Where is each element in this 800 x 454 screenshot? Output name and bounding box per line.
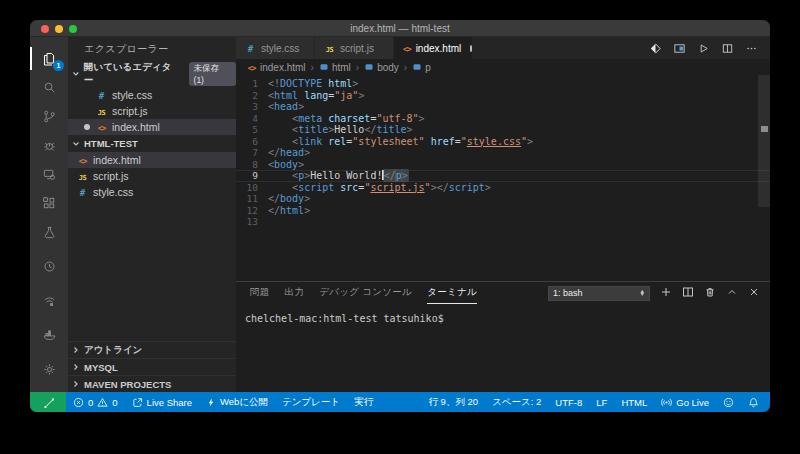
search-icon[interactable] xyxy=(30,73,68,102)
code-text: <link rel="stylesheet" href="style.css"> xyxy=(258,136,533,148)
line-number: 3 xyxy=(236,101,258,113)
kill-terminal-trash-icon[interactable] xyxy=(704,284,716,302)
terminal-output[interactable]: chelchel-mac:html-test tatsuhiko$ xyxy=(236,304,770,392)
scrollbar-slider[interactable] xyxy=(758,75,770,207)
open-editors-header[interactable]: 開いているエディター 未保存 (1) xyxy=(68,61,236,87)
split-editor-icon[interactable] xyxy=(721,42,734,55)
line-number: 2 xyxy=(236,90,258,102)
encoding-label: UTF-8 xyxy=(555,397,582,408)
section-outline[interactable]: アウトライン xyxy=(68,341,236,358)
template-status[interactable]: テンプレート xyxy=(275,392,347,412)
editor-scrollbar[interactable] xyxy=(758,75,770,281)
chevron-separator: › xyxy=(403,62,408,73)
chevron-down-icon xyxy=(72,140,80,148)
split-terminal-icon[interactable] xyxy=(682,284,694,302)
symbol-element-icon xyxy=(319,62,329,72)
code-line-13[interactable]: 13 xyxy=(236,216,770,228)
panel-tab-terminal[interactable]: ターミナル xyxy=(427,282,477,304)
modified-dot-icon[interactable] xyxy=(470,45,472,52)
test-flask-icon[interactable] xyxy=(30,218,68,247)
code-line-12[interactable]: 12</html> xyxy=(236,205,770,217)
clock-icon[interactable] xyxy=(30,252,68,281)
breadcrumb-p[interactable]: p xyxy=(412,62,431,73)
go-live-status[interactable]: Go Live xyxy=(654,392,716,412)
spaces-label: スペース: 2 xyxy=(492,396,541,409)
breadcrumb-file[interactable]: index.html xyxy=(246,62,306,73)
folder-label: HTML-TEST xyxy=(84,138,138,149)
minimize-window-button[interactable] xyxy=(55,25,63,33)
code-line-6[interactable]: 6 <link rel="stylesheet" href="style.css… xyxy=(236,136,770,148)
code-editor[interactable]: 1<!DOCTYPE html>2<html lang="ja">3<head>… xyxy=(236,75,770,281)
beautify-icon[interactable] xyxy=(649,42,662,55)
panel-tab-problems[interactable]: 問題 xyxy=(250,282,270,304)
warning-count: 0 xyxy=(112,397,117,408)
problems-status[interactable]: 0 0 xyxy=(66,392,125,412)
docker-whale-icon[interactable] xyxy=(30,320,68,349)
breadcrumb-label: p xyxy=(425,62,431,73)
breadcrumb-body[interactable]: body xyxy=(364,62,399,73)
new-terminal-icon[interactable] xyxy=(660,284,672,302)
feedback-smiley[interactable] xyxy=(716,392,741,412)
tree-item-script-js[interactable]: script.js xyxy=(68,168,236,184)
run-icon[interactable] xyxy=(697,42,710,55)
tab-style-css[interactable]: style.css xyxy=(236,37,315,59)
panel-tab-debug-console[interactable]: デバッグ コンソール xyxy=(319,282,412,304)
folder-header[interactable]: HTML-TEST xyxy=(68,135,236,152)
line-number: 10 xyxy=(236,182,258,194)
zoom-window-button[interactable] xyxy=(69,25,77,33)
source-control-icon[interactable] xyxy=(30,102,68,131)
panel-tab-output[interactable]: 出力 xyxy=(285,282,305,304)
open-editor-style-css[interactable]: style.css xyxy=(68,87,236,103)
open-preview-icon[interactable] xyxy=(673,42,686,55)
template-label: テンプレート xyxy=(282,396,340,409)
remote-indicator[interactable] xyxy=(30,392,66,412)
terminal-shell-select[interactable]: 1: bash ▲▼ xyxy=(548,286,650,301)
code-line-11[interactable]: 11</body> xyxy=(236,193,770,205)
tree-item-style-css[interactable]: style.css xyxy=(68,184,236,200)
line-col-status[interactable]: 行 9、列 20 xyxy=(421,392,485,412)
code-line-5[interactable]: 5 <title>Hello</title> xyxy=(236,124,770,136)
remote-display-icon[interactable] xyxy=(30,160,68,189)
live-share-status[interactable]: Live Share xyxy=(125,392,199,412)
debug-icon[interactable] xyxy=(30,131,68,160)
code-line-9[interactable]: 9 <p>Hello World!</p> xyxy=(236,170,770,182)
wifi-signal-icon[interactable] xyxy=(30,286,68,315)
close-window-button[interactable] xyxy=(41,25,49,33)
code-line-8[interactable]: 8<body> xyxy=(236,159,770,171)
vscode-window: index.html — html-test 1 xyxy=(30,20,770,412)
chevron-separator: › xyxy=(310,62,315,73)
code-line-4[interactable]: 4 <meta charset="utf-8"> xyxy=(236,113,770,125)
line-number: 5 xyxy=(236,124,258,136)
section-mysql[interactable]: MYSQL xyxy=(68,358,236,375)
eol-status[interactable]: LF xyxy=(589,392,614,412)
title-bar: index.html — html-test xyxy=(30,20,770,37)
breadcrumb-html[interactable]: html xyxy=(319,62,351,73)
extensions-icon[interactable] xyxy=(30,189,68,218)
section-maven-projects[interactable]: MAVEN PROJECTS xyxy=(68,375,236,392)
error-icon xyxy=(73,397,84,408)
tree-item-index-html[interactable]: index.html xyxy=(68,152,236,168)
tab-script-js[interactable]: script.js xyxy=(315,37,394,59)
gear-icon[interactable] xyxy=(30,355,68,384)
explorer-icon[interactable]: 1 xyxy=(30,44,68,73)
open-editor-index-html[interactable]: index.html xyxy=(68,119,236,135)
code-line-3[interactable]: 3<head> xyxy=(236,101,770,113)
publish-web-status[interactable]: Webに公開 xyxy=(199,392,275,412)
code-line-1[interactable]: 1<!DOCTYPE html> xyxy=(236,78,770,90)
code-line-10[interactable]: 10 <script src="script.js"></script> xyxy=(236,182,770,194)
run-status[interactable]: 実行 xyxy=(347,392,380,412)
language-mode-status[interactable]: HTML xyxy=(614,392,654,412)
indentation-status[interactable]: スペース: 2 xyxy=(485,392,548,412)
encoding-status[interactable]: UTF-8 xyxy=(548,392,589,412)
panel-actions: 1: bash ▲▼ xyxy=(548,284,760,302)
notifications-bell[interactable] xyxy=(741,392,766,412)
code-text: <meta charset="utf-8"> xyxy=(258,113,425,125)
code-line-2[interactable]: 2<html lang="ja"> xyxy=(236,90,770,102)
open-editor-script-js[interactable]: script.js xyxy=(68,103,236,119)
code-line-7[interactable]: 7</head> xyxy=(236,147,770,159)
maximize-panel-icon[interactable] xyxy=(726,284,738,302)
broadcast-icon xyxy=(661,397,672,408)
tab-index-html[interactable]: index.html xyxy=(394,37,473,59)
close-panel-icon[interactable] xyxy=(748,284,760,302)
more-actions-icon[interactable] xyxy=(745,42,758,55)
